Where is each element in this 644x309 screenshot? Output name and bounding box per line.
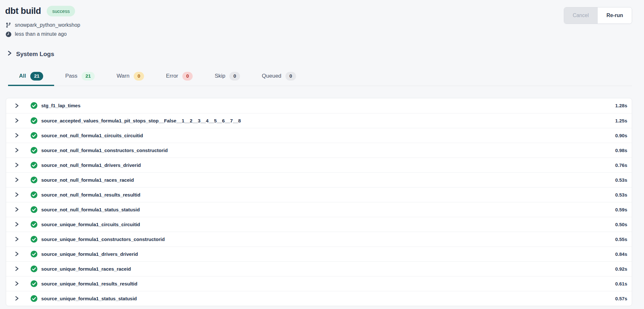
chevron-right-icon[interactable] bbox=[14, 296, 19, 301]
run-action-buttons: Cancel Re-run bbox=[564, 7, 632, 24]
chevron-right-icon[interactable] bbox=[14, 118, 19, 123]
duration: 0.50s bbox=[615, 222, 627, 227]
duration: 0.57s bbox=[615, 296, 627, 301]
node-name: stg_f1_lap_times bbox=[41, 103, 81, 108]
tab-count-badge: 21 bbox=[30, 72, 43, 81]
chevron-right-icon[interactable] bbox=[14, 177, 19, 182]
chevron-right-icon[interactable] bbox=[14, 281, 19, 286]
check-circle-icon bbox=[30, 206, 38, 213]
tab-label: All bbox=[19, 73, 26, 79]
duration: 0.98s bbox=[615, 148, 627, 153]
check-circle-icon bbox=[30, 265, 38, 273]
chevron-right-icon[interactable] bbox=[14, 103, 19, 108]
tab-count-badge: 0 bbox=[134, 72, 144, 81]
duration: 0.59s bbox=[615, 207, 627, 212]
node-name: source_not_null_formula1_races_raceid bbox=[41, 177, 134, 183]
node-name: source_unique_formula1_constructors_cons… bbox=[41, 237, 165, 242]
check-circle-icon bbox=[30, 236, 38, 243]
table-row[interactable]: source_unique_formula1_constructors_cons… bbox=[6, 232, 632, 246]
chevron-right-icon[interactable] bbox=[14, 207, 19, 212]
system-logs-toggle[interactable]: System Logs bbox=[7, 50, 54, 58]
table-row[interactable]: source_unique_formula1_races_raceid 0.92… bbox=[6, 261, 632, 276]
check-circle-icon bbox=[30, 147, 38, 154]
duration: 0.55s bbox=[615, 237, 627, 242]
rerun-button[interactable]: Re-run bbox=[597, 7, 632, 24]
chevron-right-icon[interactable] bbox=[14, 133, 19, 138]
table-row[interactable]: source_not_null_formula1_results_resulti… bbox=[6, 187, 632, 202]
results-list: stg_f1_lap_times 1.28s source_accepted_v… bbox=[6, 98, 632, 306]
table-row[interactable]: source_not_null_formula1_drivers_driveri… bbox=[6, 158, 632, 172]
check-circle-icon bbox=[30, 176, 38, 184]
chevron-right-icon[interactable] bbox=[14, 237, 19, 242]
table-row[interactable]: source_unique_formula1_drivers_driverid … bbox=[6, 246, 632, 261]
node-name: source_accepted_values_formula1_pit_stop… bbox=[41, 118, 241, 123]
node-name: source_unique_formula1_results_resultid bbox=[41, 281, 137, 286]
system-logs-label: System Logs bbox=[16, 51, 54, 58]
cancel-button[interactable]: Cancel bbox=[564, 7, 598, 24]
check-circle-icon bbox=[30, 117, 38, 124]
tab-all[interactable]: All 21 bbox=[8, 69, 54, 86]
table-row[interactable]: source_not_null_formula1_status_statusid… bbox=[6, 202, 632, 217]
chevron-right-icon[interactable] bbox=[14, 266, 19, 271]
tab-label: Warn bbox=[117, 73, 130, 79]
branch-name: snowpark_python_workshop bbox=[15, 22, 80, 28]
node-name: source_unique_formula1_status_statusid bbox=[41, 296, 137, 301]
node-name: source_unique_formula1_races_raceid bbox=[41, 266, 131, 272]
duration: 1.25s bbox=[615, 118, 627, 123]
duration: 0.61s bbox=[615, 281, 627, 286]
chevron-right-icon[interactable] bbox=[14, 148, 19, 153]
tab-count-badge: 0 bbox=[229, 72, 240, 81]
status-filter-tabs: All 21 Pass 21 Warn 0 Error 0 Skip 0 Que… bbox=[8, 69, 632, 86]
check-circle-icon bbox=[30, 102, 38, 109]
table-row[interactable]: source_accepted_values_formula1_pit_stop… bbox=[6, 113, 632, 128]
tab-label: Queued bbox=[262, 73, 282, 79]
check-circle-icon bbox=[30, 132, 38, 139]
duration: 1.28s bbox=[615, 103, 627, 108]
node-name: source_not_null_formula1_results_resulti… bbox=[41, 192, 140, 198]
node-name: source_unique_formula1_circuits_circuiti… bbox=[41, 222, 140, 227]
node-name: source_not_null_formula1_circuits_circui… bbox=[41, 133, 143, 138]
title-row: dbt build success bbox=[5, 6, 632, 16]
table-row[interactable]: source_unique_formula1_status_statusid 0… bbox=[6, 291, 632, 306]
table-row[interactable]: source_not_null_formula1_races_raceid 0.… bbox=[6, 172, 632, 187]
chevron-right-icon bbox=[7, 50, 12, 58]
run-meta: snowpark_python_workshop less than a min… bbox=[5, 21, 632, 39]
tab-pass[interactable]: Pass 21 bbox=[54, 69, 105, 86]
duration: 0.53s bbox=[615, 192, 627, 198]
tab-skip[interactable]: Skip 0 bbox=[204, 69, 251, 86]
chevron-right-icon[interactable] bbox=[14, 162, 19, 168]
check-circle-icon bbox=[30, 295, 38, 302]
table-row[interactable]: source_unique_formula1_results_resultid … bbox=[6, 276, 632, 291]
duration: 0.53s bbox=[615, 177, 627, 183]
node-name: source_not_null_formula1_status_statusid bbox=[41, 207, 140, 212]
tab-error[interactable]: Error 0 bbox=[155, 69, 204, 86]
status-badge: success bbox=[47, 6, 75, 16]
node-name: source_not_null_formula1_drivers_driveri… bbox=[41, 162, 141, 168]
page-title: dbt build bbox=[5, 6, 41, 16]
check-circle-icon bbox=[30, 280, 38, 287]
tab-label: Skip bbox=[215, 73, 225, 79]
table-row[interactable]: source_unique_formula1_circuits_circuiti… bbox=[6, 217, 632, 232]
chevron-right-icon[interactable] bbox=[14, 251, 19, 256]
table-row[interactable]: source_not_null_formula1_circuits_circui… bbox=[6, 128, 632, 143]
duration: 0.76s bbox=[615, 162, 627, 168]
tab-count-badge: 0 bbox=[285, 72, 296, 81]
tab-label: Error bbox=[166, 73, 178, 79]
node-name: source_unique_formula1_drivers_driverid bbox=[41, 251, 138, 257]
tab-count-badge: 21 bbox=[82, 72, 95, 81]
check-circle-icon bbox=[30, 250, 38, 258]
chevron-right-icon[interactable] bbox=[14, 192, 19, 197]
chevron-right-icon[interactable] bbox=[14, 222, 19, 227]
table-row[interactable]: source_not_null_formula1_constructors_co… bbox=[6, 143, 632, 158]
tab-count-badge: 0 bbox=[182, 72, 193, 81]
run-header: dbt build success Cancel Re-run snowpark… bbox=[0, 0, 644, 39]
check-circle-icon bbox=[30, 221, 38, 228]
time-row: less than a minute ago bbox=[5, 30, 632, 39]
tab-queued[interactable]: Queued 0 bbox=[251, 69, 307, 86]
duration: 0.92s bbox=[615, 266, 627, 272]
tab-warn[interactable]: Warn 0 bbox=[106, 69, 155, 86]
check-circle-icon bbox=[30, 161, 38, 169]
tab-label: Pass bbox=[65, 73, 77, 79]
duration: 0.84s bbox=[615, 251, 627, 257]
table-row[interactable]: stg_f1_lap_times 1.28s bbox=[6, 98, 632, 113]
